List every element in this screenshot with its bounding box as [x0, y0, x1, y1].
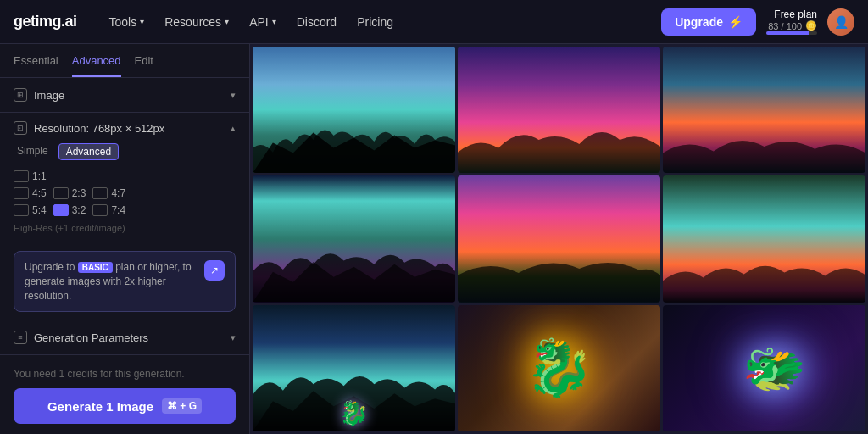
- tab-essential[interactable]: Essential: [14, 54, 58, 77]
- generate-button[interactable]: Generate 1 Image ⌘ + G: [14, 388, 236, 424]
- image-section-header[interactable]: ⊞ Image ▾: [14, 88, 236, 102]
- gen-params-section: ≡ Generation Parameters ▾: [0, 320, 249, 355]
- header-right: Upgrade ⚡ Free plan 83 / 100 🪙 👤: [661, 8, 854, 36]
- ratio-box-4-7: [92, 187, 108, 199]
- toggle-simple[interactable]: Simple: [14, 143, 52, 160]
- upgrade-button[interactable]: Upgrade ⚡: [661, 8, 756, 36]
- tab-edit[interactable]: Edit: [135, 54, 153, 77]
- upgrade-arrow-icon[interactable]: ↗: [204, 260, 225, 281]
- gallery-item[interactable]: 🐉: [253, 305, 455, 431]
- ratio-box-5-4: [14, 204, 29, 216]
- chevron-down-icon: ▾: [272, 17, 276, 26]
- gallery-item[interactable]: 🐲: [663, 305, 865, 431]
- credits-fill: [766, 31, 809, 35]
- crystal-dragon-icon: 🐉: [339, 399, 369, 427]
- credits-bar: [766, 31, 817, 35]
- params-icon: ≡: [14, 331, 27, 344]
- chevron-down-icon: ▾: [231, 332, 236, 343]
- gen-params-header[interactable]: ≡ Generation Parameters ▾: [14, 331, 236, 344]
- upgrade-text: Upgrade to BASIC plan or higher, to gene…: [25, 260, 198, 303]
- nav: Tools ▾ Resources ▾ API ▾ Discord Pricin…: [101, 10, 662, 34]
- chevron-down-icon: ▾: [225, 17, 229, 26]
- ratio-box-2-3: [53, 187, 69, 199]
- resolution-icon: ⊡: [14, 121, 27, 135]
- logo[interactable]: getimg.ai: [14, 13, 77, 31]
- ratio-row-1: 1:1: [14, 170, 236, 182]
- plan-info: Free plan 83 / 100 🪙: [766, 8, 817, 35]
- ratio-box-7-4: [92, 204, 108, 216]
- nav-resources[interactable]: Resources ▾: [156, 10, 237, 34]
- ratio-grid: 1:1 4:5 2:3 4:7: [14, 170, 236, 216]
- basic-badge: BASIC: [78, 262, 113, 273]
- resolution-label-text: Resolution: 768px × 512px: [34, 122, 164, 135]
- ratio-box-4-5: [14, 187, 29, 199]
- generate-shortcut: ⌘ + G: [162, 398, 202, 414]
- ratio-row-3: 5:4 3:2 7:4: [14, 204, 236, 216]
- avatar[interactable]: 👤: [827, 8, 854, 36]
- gallery: 🐉 🐉 🐲: [250, 44, 868, 434]
- nav-discord[interactable]: Discord: [288, 10, 345, 34]
- ratio-7-4[interactable]: 7:4: [92, 204, 125, 216]
- ratio-box-1-1: [14, 170, 29, 182]
- gallery-item[interactable]: 🐉: [458, 305, 660, 431]
- header: getimg.ai Tools ▾ Resources ▾ API ▾ Disc…: [0, 0, 868, 44]
- ratio-2-3[interactable]: 2:3: [53, 187, 86, 199]
- nav-api[interactable]: API ▾: [241, 10, 285, 34]
- chevron-down-icon: ▾: [231, 90, 236, 101]
- credits-count: 83 / 100: [768, 21, 802, 31]
- resolution-header: ⊡ Resolution: 768px × 512px ▴: [14, 121, 236, 135]
- sidebar-footer: You need 1 credits for this generation. …: [0, 358, 249, 434]
- ratio-1-1[interactable]: 1:1: [14, 170, 47, 182]
- gallery-item[interactable]: [663, 47, 865, 173]
- main-content: Essential Advanced Edit ⊞ Image ▾ ⊡ Reso…: [0, 44, 868, 434]
- resolution-toggle: Simple Advanced: [14, 143, 236, 160]
- gallery-item[interactable]: [253, 175, 455, 302]
- resolution-section: ⊡ Resolution: 768px × 512px ▴ Simple Adv…: [0, 113, 249, 242]
- nav-tools[interactable]: Tools ▾: [101, 10, 153, 34]
- ratio-row-2: 4:5 2:3 4:7: [14, 187, 236, 199]
- gold-dragon-icon: 🐉: [525, 336, 593, 400]
- tab-advanced[interactable]: Advanced: [72, 54, 121, 77]
- ratio-5-4[interactable]: 5:4: [14, 204, 47, 216]
- sidebar-tabs: Essential Advanced Edit: [0, 44, 249, 78]
- gallery-item[interactable]: [458, 175, 660, 302]
- toggle-advanced[interactable]: Advanced: [58, 143, 119, 160]
- credits-icon: 🪙: [805, 20, 817, 31]
- high-res-note: High-Res (+1 credit/image): [14, 223, 236, 233]
- ratio-4-5[interactable]: 4:5: [14, 187, 47, 199]
- lightning-icon: ⚡: [728, 15, 743, 29]
- image-icon: ⊞: [14, 88, 27, 102]
- upgrade-banner[interactable]: Upgrade to BASIC plan or higher, to gene…: [14, 251, 236, 312]
- sidebar: Essential Advanced Edit ⊞ Image ▾ ⊡ Reso…: [0, 44, 250, 434]
- gallery-item[interactable]: [458, 47, 660, 173]
- nav-pricing[interactable]: Pricing: [348, 10, 402, 34]
- image-section: ⊞ Image ▾: [0, 78, 249, 113]
- gallery-item[interactable]: [253, 47, 455, 173]
- blue-dragon-icon: 🐲: [743, 338, 806, 398]
- ratio-4-7[interactable]: 4:7: [92, 187, 125, 199]
- credits-note: You need 1 credits for this generation.: [14, 368, 236, 380]
- chevron-up-icon: ▴: [231, 123, 236, 134]
- ratio-box-3-2: [53, 204, 69, 216]
- chevron-down-icon: ▾: [140, 17, 144, 26]
- gallery-item[interactable]: [663, 175, 865, 302]
- ratio-3-2[interactable]: 3:2: [53, 204, 86, 216]
- plan-credits: 83 / 100 🪙: [768, 20, 817, 31]
